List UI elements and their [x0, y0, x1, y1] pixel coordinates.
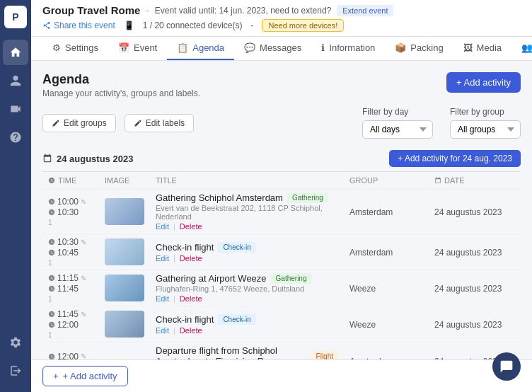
delete-activity-link[interactable]: Delete — [180, 294, 202, 303]
edit-activity-link[interactable]: Edit — [156, 294, 169, 303]
tab-messages[interactable]: 💬 Messages — [234, 37, 311, 60]
time-edit-icon[interactable]: ✎ — [81, 198, 86, 206]
activity-group-cell: Amsterdam — [344, 342, 429, 360]
sidebar-item-logout[interactable] — [3, 358, 28, 384]
col-header-date: DATE — [429, 172, 521, 190]
activity-group-text: Weeze — [349, 284, 376, 294]
activity-thumbnail — [105, 275, 144, 301]
valid-text: Event valid until: 14 jun. 2023, need to… — [155, 6, 332, 16]
day-section: 24 augustus 2023 + Add activity for 24 a… — [42, 146, 521, 359]
sidebar-item-help[interactable] — [3, 125, 28, 150]
sidebar-item-video[interactable] — [3, 96, 28, 122]
filter-group-label: Filter by group — [450, 107, 521, 117]
activity-title-text: Check-in flight — [156, 242, 214, 253]
activity-time-cell: 12:00 ✎ 1 — [42, 342, 99, 360]
activity-date-cell: 24 augustus 2023 — [429, 190, 521, 234]
activity-group-cell: Weeze — [344, 306, 429, 342]
activity-image-cell — [99, 190, 150, 234]
activity-date-text: 24 augustus 2023 — [434, 284, 502, 294]
time-edit-icon[interactable]: ✎ — [81, 238, 86, 246]
tab-settings[interactable]: ⚙ Settings — [42, 37, 108, 60]
table-row: 10:00 ✎ 10:30 1 Gathering Schiphol Amste… — [42, 190, 521, 234]
add-bottom-label: + Add activity — [63, 371, 117, 381]
need-devices-button[interactable]: Need more devices! — [262, 19, 344, 32]
activity-badge: Check-in — [218, 242, 255, 253]
clock-icon — [48, 275, 55, 282]
activity-image-cell — [99, 306, 150, 342]
tab-crew[interactable]: 👥 Crew — [511, 37, 532, 60]
activity-badge: Check-in — [218, 314, 255, 325]
activity-title-text: Departure flight from Schiphol Amsterdam… — [156, 345, 307, 359]
activity-time-cell: 11:15 ✎ 11:45 1 — [42, 270, 99, 306]
chat-button[interactable] — [492, 352, 521, 381]
clock-icon — [48, 198, 55, 205]
app-logo[interactable]: P — [4, 6, 27, 28]
time-edit-icon[interactable]: ✎ — [81, 311, 86, 318]
tab-information[interactable]: ℹ Information — [311, 37, 385, 60]
main-content: Group Travel Rome - Event valid until: 1… — [31, 0, 532, 392]
action-separator: | — [173, 294, 175, 303]
edit-activity-link[interactable]: Edit — [156, 222, 169, 231]
activity-time-start: 11:15 — [57, 273, 79, 283]
event-title: Group Travel Rome — [42, 4, 140, 16]
col-header-group: GROUP — [344, 172, 429, 190]
share-icon — [42, 21, 51, 30]
action-separator: | — [173, 326, 175, 335]
activity-image-cell — [99, 234, 150, 270]
share-event-link[interactable]: Share this event — [42, 21, 115, 30]
topbar: Group Travel Rome - Event valid until: 1… — [31, 0, 532, 37]
edit-activity-link[interactable]: Edit — [156, 254, 169, 263]
delete-activity-link[interactable]: Delete — [180, 326, 202, 335]
chat-icon — [499, 359, 514, 374]
add-activity-bottom-button[interactable]: + + Add activity — [42, 366, 128, 386]
activity-group-cell: Amsterdam — [344, 190, 429, 234]
filter-day-select[interactable]: All days — [362, 120, 433, 139]
tab-media[interactable]: 🖼 Media — [453, 37, 511, 60]
edit-labels-button[interactable]: Edit labels — [125, 114, 194, 132]
activity-subtitle: Flughafen-Ring 1, 47652 Weeze, Duitsland — [156, 284, 338, 293]
activity-time-start: 10:00 — [57, 197, 79, 207]
activity-badge: Gathering — [287, 192, 328, 203]
col-header-title: TITLE — [150, 172, 344, 190]
filter-day-label: Filter by day — [362, 107, 433, 117]
edit-activity-link[interactable]: Edit — [156, 326, 169, 335]
clock-icon — [48, 353, 55, 360]
activity-title-cell: Gathering Schiphol Amsterdam Gathering E… — [150, 190, 344, 234]
delete-activity-link[interactable]: Delete — [180, 254, 202, 263]
filter-group-select[interactable]: All groups — [450, 120, 521, 139]
edit-groups-button[interactable]: Edit groups — [42, 114, 116, 132]
add-activity-day-button[interactable]: + Add activity for 24 aug. 2023 — [389, 150, 521, 167]
activity-time-start: 11:45 — [57, 309, 79, 319]
tab-packing[interactable]: 📦 Packing — [385, 37, 453, 60]
sidebar-item-person[interactable] — [3, 68, 28, 93]
activity-date-text: 24 augustus 2023 — [434, 207, 502, 217]
activity-time-end: 10:30 — [57, 207, 79, 217]
time-edit-icon[interactable]: ✎ — [81, 352, 86, 359]
nav-tabs: ⚙ Settings 📅 Event 📋 Agenda 💬 Messages ℹ… — [31, 37, 532, 61]
separator: - — [146, 5, 149, 16]
activity-thumbnail — [105, 198, 144, 225]
action-separator: | — [173, 254, 175, 263]
activity-badge: Flight — [311, 351, 338, 360]
activity-badge: Gathering — [271, 273, 312, 284]
activity-group-text: Amsterdam — [349, 207, 393, 217]
plus-icon-bottom: + — [53, 371, 59, 381]
activity-time-cell: 10:00 ✎ 10:30 1 — [42, 190, 99, 234]
separator2: - — [250, 21, 253, 30]
activity-date-cell: 24 augustus 2023 — [429, 306, 521, 342]
sidebar-item-settings[interactable] — [3, 330, 28, 355]
tab-agenda[interactable]: 📋 Agenda — [167, 37, 234, 60]
table-row: 10:30 ✎ 10:45 1 Check-in flight Check-in… — [42, 234, 521, 270]
activity-title-text: Gathering at Airport Weeze — [156, 273, 267, 284]
activity-date-text: 24 augustus 2023 — [434, 320, 502, 330]
activity-thumbnail — [105, 311, 144, 338]
devices-text: 1 / 20 connected device(s) — [143, 21, 243, 30]
sidebar-item-home[interactable] — [3, 40, 28, 65]
extend-event-button[interactable]: Extend event — [337, 5, 393, 16]
time-edit-icon[interactable]: ✎ — [81, 275, 86, 282]
add-activity-button[interactable]: + Add activity — [446, 72, 521, 93]
bottom-bar: + + Add activity — [31, 359, 532, 392]
delete-activity-link[interactable]: Delete — [180, 222, 202, 231]
activity-group-text: Weeze — [349, 320, 376, 330]
tab-event[interactable]: 📅 Event — [108, 37, 167, 60]
